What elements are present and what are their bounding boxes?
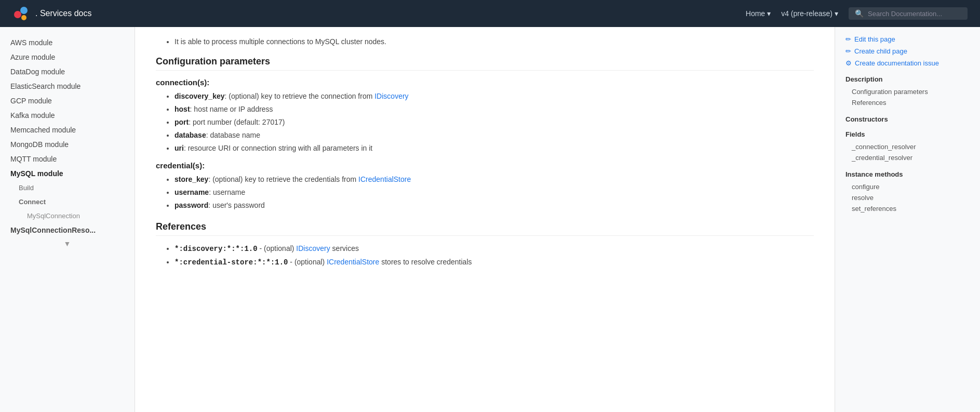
intro-bullets: It is able to process multiple connectio… [156, 37, 814, 46]
references-list: *:discovery:*:*:1.0 - (optional) IDiscov… [156, 243, 814, 268]
ref-text: - (optional) [258, 244, 297, 252]
create-doc-issue-action[interactable]: ⚙ Create documentation issue [845, 59, 970, 67]
connection-params-list: discovery_key: (optional) key to retriev… [156, 91, 814, 154]
list-item: *:credential-store:*:*:1.0 - (optional) … [174, 257, 814, 268]
sidebar-item-aws[interactable]: AWS module [0, 35, 135, 50]
edit-page-label: Edit this page [854, 35, 895, 43]
logo-area: . Services docs [12, 4, 746, 23]
main-content: It is able to process multiple connectio… [135, 27, 835, 412]
nav-home[interactable]: Home ▾ [746, 9, 771, 18]
toc-constructors-heading: Constructors [845, 115, 970, 123]
ref-key: *:discovery:*:*:1.0 [174, 245, 258, 253]
sidebar-item-mysql[interactable]: MySQL module [0, 166, 135, 181]
param-key: port [174, 118, 189, 126]
sidebar-item-azure[interactable]: Azure module [0, 50, 135, 64]
param-text: : port number (default: 27017) [189, 118, 285, 126]
list-item: uri: resource URI or connection string w… [174, 143, 814, 154]
nav-version[interactable]: v4 (pre-release) ▾ [781, 9, 838, 18]
param-text: : user's password [208, 201, 265, 209]
logo-text: . Services docs [35, 9, 91, 18]
sidebar-item-elasticsearch[interactable]: ElasticSearch module [0, 79, 135, 94]
create-child-icon: ✏ [845, 47, 851, 55]
toc-resolve[interactable]: resolve [845, 192, 970, 203]
header: . Services docs Home ▾ v4 (pre-release) … [0, 0, 980, 27]
intro-bullet-1: It is able to process multiple connectio… [174, 37, 814, 46]
param-text: : (optional) key to retrieve the credent… [208, 175, 358, 183]
param-key: password [174, 201, 208, 209]
toc: Description Configuration parameters Ref… [845, 75, 970, 214]
list-item: discovery_key: (optional) key to retriev… [174, 91, 814, 102]
chevron-down-icon: ▾ [835, 9, 838, 18]
create-doc-issue-label: Create documentation issue [855, 59, 939, 67]
param-key: username [174, 188, 209, 196]
list-item: database: database name [174, 130, 814, 141]
connections-subtitle: connection(s): [156, 78, 814, 87]
list-item: username: username [174, 187, 814, 198]
scroll-indicator: ▼ [0, 237, 135, 250]
toc-set-references[interactable]: set_references [845, 203, 970, 214]
param-text: : username [209, 188, 245, 196]
svg-point-1 [20, 7, 28, 14]
create-child-label: Create child page [854, 47, 907, 55]
list-item: store_key: (optional) key to retrieve th… [174, 174, 814, 185]
sidebar-item-memcached[interactable]: Memcached module [0, 123, 135, 137]
param-text: : resource URI or connection string with… [184, 144, 372, 152]
sidebar-item-mysqlconnectionreso[interactable]: MySqlConnectionReso... [0, 223, 135, 237]
sidebar-item-datadog[interactable]: DataDog module [0, 64, 135, 79]
logo-icon [12, 4, 31, 23]
github-icon: ⚙ [845, 59, 852, 67]
edit-icon: ✏ [845, 35, 851, 43]
sidebar-item-mongodb[interactable]: MongoDB module [0, 137, 135, 152]
param-text: : host name or IP address [190, 105, 273, 113]
icredentialstore-link[interactable]: ICredentialStore [358, 175, 411, 183]
list-item: port: port number (default: 27017) [174, 117, 814, 128]
param-text: : (optional) key to retrieve the connect… [225, 92, 375, 100]
sidebar-item-mqtt[interactable]: MQTT module [0, 152, 135, 166]
create-child-action[interactable]: ✏ Create child page [845, 47, 970, 55]
ref-suffix: services [330, 244, 359, 252]
toc-connection-resolver[interactable]: _connection_resolver [845, 141, 970, 152]
search-input[interactable] [868, 10, 961, 18]
toc-fields-heading: Fields [845, 130, 970, 138]
param-text: : database name [206, 131, 260, 139]
header-nav: Home ▾ v4 (pre-release) ▾ 🔍 [746, 7, 968, 20]
search-area[interactable]: 🔍 [849, 7, 968, 20]
idiscovery-link[interactable]: IDiscovery [374, 92, 408, 100]
ref-text: - (optional) [288, 258, 327, 266]
toc-config-params[interactable]: Configuration parameters [845, 86, 970, 97]
param-key: uri [174, 144, 184, 152]
svg-point-2 [21, 15, 26, 20]
config-title: Configuration parameters [156, 56, 814, 71]
sidebar-item-connect[interactable]: Connect [0, 195, 135, 209]
main-layout: AWS module Azure module DataDog module E… [0, 27, 980, 412]
param-key: discovery_key [174, 92, 225, 100]
param-key: host [174, 105, 190, 113]
references-title: References [156, 221, 814, 236]
left-sidebar: AWS module Azure module DataDog module E… [0, 27, 135, 412]
list-item: *:discovery:*:*:1.0 - (optional) IDiscov… [174, 243, 814, 255]
toc-configure[interactable]: configure [845, 181, 970, 192]
ref-suffix: stores to resolve credentials [379, 258, 472, 266]
sidebar-item-mysqlconnection[interactable]: MySqlConnection [0, 209, 135, 223]
ref-key: *:credential-store:*:*:1.0 [174, 258, 288, 267]
toc-credential-resolver[interactable]: _credential_resolver [845, 152, 970, 163]
credentials-subtitle: credential(s): [156, 161, 814, 170]
list-item: host: host name or IP address [174, 104, 814, 115]
sidebar-item-gcp[interactable]: GCP module [0, 94, 135, 108]
credential-params-list: store_key: (optional) key to retrieve th… [156, 174, 814, 211]
param-key: database [174, 131, 206, 139]
param-key: store_key [174, 175, 208, 183]
svg-point-0 [14, 11, 21, 18]
toc-instance-methods-heading: Instance methods [845, 170, 970, 178]
sidebar-item-build[interactable]: Build [0, 181, 135, 195]
right-sidebar: ✏ Edit this page ✏ Create child page ⚙ C… [835, 27, 980, 412]
sidebar-item-kafka[interactable]: Kafka module [0, 108, 135, 123]
edit-page-action[interactable]: ✏ Edit this page [845, 35, 970, 43]
icredentialstore-link-2[interactable]: ICredentialStore [327, 258, 379, 266]
search-icon: 🔍 [855, 9, 864, 18]
toc-description-heading: Description [845, 75, 970, 83]
toc-references[interactable]: References [845, 97, 970, 108]
idiscovery-link-2[interactable]: IDiscovery [296, 244, 330, 252]
list-item: password: user's password [174, 200, 814, 211]
chevron-down-icon: ▾ [767, 9, 771, 18]
